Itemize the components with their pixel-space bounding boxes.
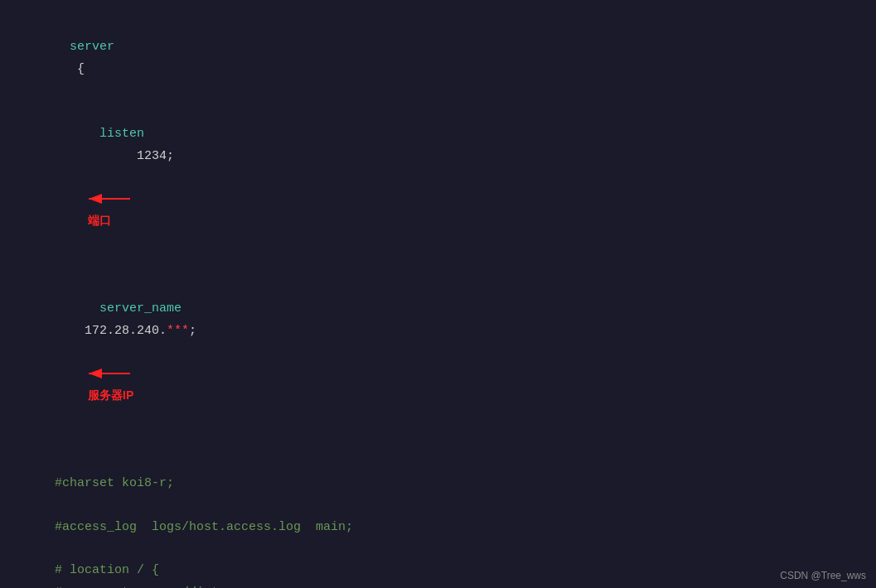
server-name-value: 172.28.240.***; (70, 324, 196, 338)
line-charset: #charset koi8-r; (25, 473, 851, 494)
arrow-ip-svg (85, 365, 134, 382)
watermark: CSDN @Tree_wws (780, 570, 866, 581)
line-comment-loc1: # location / { (25, 560, 851, 581)
arrow-port-svg (85, 190, 134, 207)
line-server-open: server { (25, 15, 851, 102)
arrow-ip: 服务器IP (25, 367, 134, 426)
line-comment-root: # root vue/dist; (25, 582, 851, 589)
line-listen: listen 1234; 端口 (25, 102, 851, 277)
line-server-name: server_name 172.28.240.***; 服务器IP (25, 277, 851, 451)
keyword-listen: listen (70, 127, 144, 141)
keyword-server: server (70, 40, 114, 54)
listen-value: 1234; (70, 149, 174, 163)
brace-open: { (70, 62, 85, 76)
top-section: server { listen 1234; 端口 (0, 0, 876, 588)
port-label: 端口 (88, 214, 111, 227)
line-blank1 (25, 451, 851, 473)
line-blank3 (25, 538, 851, 560)
line-access-log: #access_log logs/host.access.log main; (25, 517, 851, 538)
code-container: server { listen 1234; 端口 (0, 0, 876, 588)
line-blank2 (25, 495, 851, 517)
keyword-server-name: server_name (70, 301, 181, 316)
ip-label: 服务器IP (88, 388, 133, 402)
arrow-port: 端口 (25, 192, 134, 251)
